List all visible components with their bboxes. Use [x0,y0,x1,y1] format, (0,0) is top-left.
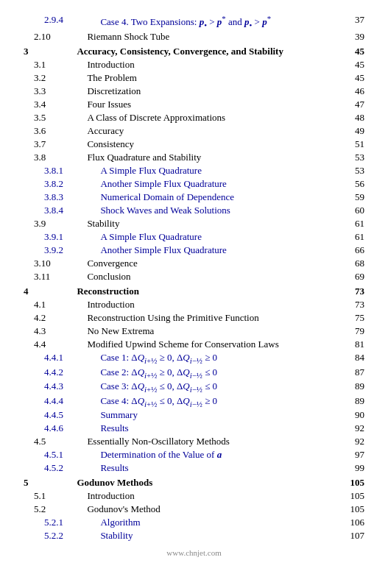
toc-num: 4.4.6 [24,422,77,435]
subsection-title: Results [100,422,128,433]
toc-label: Four Issues [77,98,344,111]
subsubsection-title: Case 4. Two Expansions: p• > p* and p• >… [100,16,271,27]
toc-row: 5.1Introduction105 [24,489,364,503]
toc-num: 3.11 [24,270,77,283]
toc-page: 45 [344,58,364,71]
section-title: Riemann Shock Tube [87,31,169,42]
toc-row: 3.8.3Numerical Domain of Dependence59 [24,191,364,204]
chapter-num: 3 [24,46,29,57]
toc-num: 3.9 [24,217,77,230]
toc-page: 61 [344,217,364,230]
toc-label: No New Extrema [77,325,344,338]
toc-num: 4.4 [24,338,77,351]
toc-label: Shock Waves and Weak Solutions [77,204,344,217]
toc-page: 89 [344,380,364,394]
toc-num: 3.9.1 [24,230,77,244]
subsection-num: 3.8.3 [44,191,63,202]
subsection-page: 59 [355,191,364,202]
section-page: 92 [355,436,364,447]
subsection-title: Results [100,462,128,473]
section-num: 4.5 [34,436,46,447]
subsection-title: Summary [100,409,138,420]
section-page: 48 [355,112,364,123]
toc-num: 4.1 [24,298,77,311]
subsection-num: 5.2.1 [44,517,63,528]
section-num: 3.10 [34,258,51,269]
subsection-num: 4.4.5 [44,409,63,420]
toc-row: 3.1Introduction45 [24,58,364,71]
toc-label: Conclusion [77,270,344,283]
toc-label: Flux Quadrature and Stability [77,151,344,164]
subsection-page: 66 [355,244,364,255]
toc-row: 3.2The Problem45 [24,71,364,85]
subsection-num: 3.8.4 [44,205,63,216]
toc-num: 4.4.3 [24,380,77,394]
subsection-page: 60 [355,205,364,216]
toc-num: 4.3 [24,325,77,338]
section-title: Consistency [87,138,134,149]
subsection-num: 3.8.1 [44,165,63,176]
subsection-page: 87 [355,366,364,378]
toc-label: Case 2: ΔQi+½ ≥ 0, ΔQi−½ ≤ 0 [77,366,344,380]
subsection-page: 56 [355,178,364,189]
section-title: Essentially Non-Oscillatory Methods [87,436,230,447]
subsection-title: Case 1: ΔQi+½ ≥ 0, ΔQi−½ ≥ 0 [100,352,217,363]
chapter-page: 73 [355,286,364,297]
subsection-page: 84 [355,352,364,363]
toc-row: 3.8.2Another Simple Flux Quadrature56 [24,177,364,191]
toc-page: 60 [344,204,364,217]
section-num: 4.2 [34,312,46,323]
section-page: 81 [355,339,364,350]
section-page: 47 [355,99,364,110]
toc-num: 3.7 [24,138,77,151]
toc-page: 79 [344,325,364,338]
toc-row: 4.4.1Case 1: ΔQi+½ ≥ 0, ΔQi−½ ≥ 084 [24,351,364,366]
section-page: 69 [355,271,364,282]
toc-page: 107 [344,529,364,542]
section-page: 49 [355,125,364,136]
subsection-num: 4.4.2 [44,366,63,378]
subsection-title: A Simple Flux Quadrature [100,231,202,242]
section-title: Reconstruction Using the Primitive Funct… [87,312,258,323]
section-num: 3.4 [34,99,46,110]
subsection-page: 90 [355,409,364,420]
toc-label: Another Simple Flux Quadrature [77,244,344,257]
toc-row: 4.5.1Determination of the Value of a97 [24,448,364,461]
toc-row: 2.9.4Case 4. Two Expansions: p• > p* and… [24,13,364,30]
toc-label: Case 4: ΔQi+½ ≤ 0, ΔQi−½ ≥ 0 [77,394,344,409]
subsection-page: 97 [355,449,364,460]
section-title: Conclusion [87,271,130,282]
section-title: No New Extrema [87,325,154,336]
section-page: 45 [355,72,364,83]
toc-num: 4.4.4 [24,394,77,409]
toc-label: Results [77,422,344,435]
toc-row: 4.4.5Summary90 [24,408,364,422]
subsection-num: 5.2.2 [44,530,63,541]
toc-row: 4.3No New Extrema79 [24,325,364,338]
toc-num: 4.4.5 [24,408,77,422]
toc-page: 105 [344,503,364,516]
toc-num: 3.8.4 [24,204,77,217]
toc-row: 3.5A Class of Discrete Approximations48 [24,111,364,124]
chapter-title: Reconstruction [77,286,139,297]
subsection-page: 92 [355,422,364,433]
toc-label: The Problem [77,71,344,85]
chapter-num: 5 [24,477,29,488]
toc-page: 68 [344,257,364,270]
toc-num: 3.9.2 [24,244,77,257]
toc-num: 3.2 [24,71,77,85]
toc-page: 61 [344,230,364,244]
toc-label: Accuracy [77,124,344,138]
toc-page: 89 [344,394,364,409]
subsection-num: 4.5.1 [44,449,63,460]
section-num: 4.3 [34,325,46,336]
toc-num: 3.4 [24,98,77,111]
section-page: 39 [355,31,364,42]
toc-num: 4.2 [24,311,77,325]
toc-row: 3.10Convergence68 [24,257,364,270]
toc-row: 3.4Four Issues47 [24,98,364,111]
toc-page: 87 [344,366,364,380]
section-num: 3.6 [34,125,46,136]
toc-page: 51 [344,138,364,151]
toc-num: 3.8.2 [24,177,77,191]
